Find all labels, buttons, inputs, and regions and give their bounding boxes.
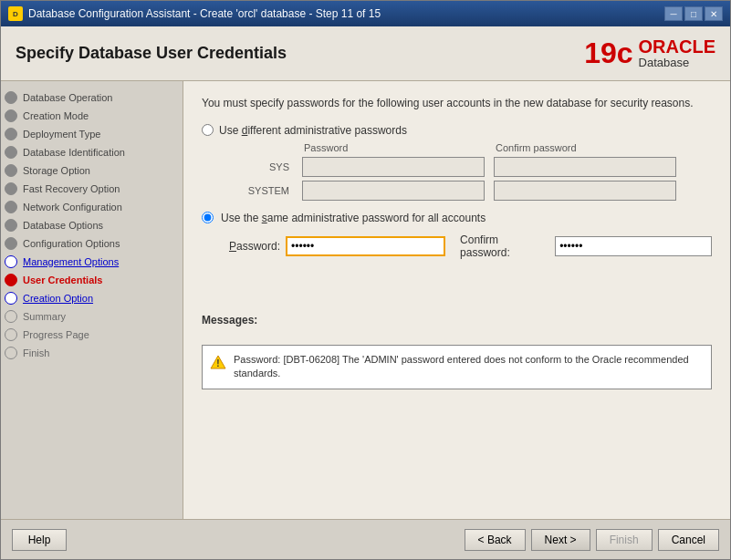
step-dot-summary: [5, 310, 17, 323]
sidebar-item-creation-mode: Creation Mode: [1, 107, 183, 125]
main-window: D Database Configuration Assistant - Cre…: [0, 0, 731, 560]
step-dot-database-identification: [5, 146, 17, 159]
radio-different-label[interactable]: Use different administrative passwords: [219, 124, 407, 137]
radio-same-password[interactable]: [202, 212, 214, 223]
step-dot-database-operation: [5, 91, 17, 104]
instruction-text: You must specify passwords for the follo…: [202, 96, 712, 111]
sidebar: Database Operation Creation Mode Deploym…: [1, 81, 183, 519]
step-dot-network-configuration: [5, 201, 17, 213]
step-dot-database-options: [5, 219, 17, 232]
credentials-table: Password Confirm password SYS SYSTEM: [229, 142, 712, 201]
message-row: ! Password: [DBT-06208] The 'ADMIN' pass…: [210, 353, 704, 381]
help-button[interactable]: Help: [12, 529, 67, 551]
main-password-input[interactable]: [286, 236, 445, 256]
sys-confirm-input[interactable]: [494, 157, 676, 177]
step-dot-management-options: [5, 255, 17, 268]
maximize-button[interactable]: □: [684, 6, 703, 21]
system-label: SYSTEM: [229, 185, 293, 196]
confirm-field-group: Confirm password:: [460, 233, 712, 259]
sidebar-item-database-options: Database Options: [1, 216, 183, 234]
password-label: Password:: [229, 240, 280, 253]
sidebar-item-fast-recovery-option: Fast Recovery Option: [1, 180, 183, 198]
radio-option-different: Use different administrative passwords: [202, 124, 712, 137]
step-dot-storage-option: [5, 164, 17, 177]
messages-label: Messages:: [202, 314, 712, 327]
oracle-name: ORACLE: [639, 37, 715, 56]
sidebar-item-management-options[interactable]: Management Options: [1, 253, 183, 271]
step-dot-user-credentials: [5, 274, 17, 286]
confirm-password-input[interactable]: [555, 236, 712, 256]
cred-header-row: Password Confirm password: [229, 142, 712, 153]
pwd-fields-row: Password: Confirm password:: [229, 233, 712, 259]
step-dot-finish: [5, 347, 17, 359]
page-title: Specify Database User Credentials: [16, 44, 287, 63]
svg-rect-2: [7, 276, 15, 284]
step-dot-progress-page: [5, 328, 17, 341]
step-dot-fast-recovery-option: [5, 182, 17, 195]
step-dot-creation-option: [5, 292, 17, 305]
oracle-version: 19c: [584, 36, 632, 70]
cred-row-sys: SYS: [229, 157, 712, 177]
main-content: Database Operation Creation Mode Deploym…: [1, 81, 730, 519]
oracle-logo: 19c ORACLE Database: [584, 36, 715, 70]
radio-option-same: Use the same administrative password for…: [202, 212, 712, 224]
col-password-header: Password: [302, 142, 485, 153]
footer-left: Help: [12, 529, 67, 551]
svg-text:!: !: [216, 358, 219, 368]
sidebar-item-database-identification: Database Identification: [1, 143, 183, 161]
sidebar-item-summary: Summary: [1, 307, 183, 326]
radio-same-label[interactable]: Use the same administrative password for…: [221, 212, 486, 224]
back-button[interactable]: < Back: [465, 529, 526, 551]
sys-label: SYS: [229, 161, 293, 172]
sidebar-item-network-configuration: Network Configuration: [1, 198, 183, 216]
sidebar-item-deployment-type: Deployment Type: [1, 125, 183, 143]
password-field-group: Password:: [229, 236, 445, 256]
cred-row-system: SYSTEM: [229, 181, 712, 201]
sidebar-item-user-credentials: User Credentials: [1, 271, 183, 289]
footer-bar: Help < Back Next > Finish Cancel: [1, 519, 730, 559]
sidebar-item-storage-option: Storage Option: [1, 161, 183, 180]
title-bar-left: D Database Configuration Assistant - Cre…: [8, 6, 381, 21]
app-icon: D: [8, 6, 23, 21]
system-password-input[interactable]: [302, 181, 485, 201]
minimize-button[interactable]: ─: [664, 6, 683, 21]
same-pwd-section: Use the same administrative password for…: [202, 212, 712, 259]
messages-container: Messages: ! Password: [DBT-06208] The 'A…: [202, 314, 712, 389]
radio-group-different: Use different administrative passwords P…: [202, 124, 712, 201]
messages-section: ! Password: [DBT-06208] The 'ADMIN' pass…: [202, 345, 712, 389]
window-controls: ─ □ ✕: [664, 6, 723, 21]
oracle-branding: ORACLE Database: [639, 37, 715, 69]
next-button[interactable]: Next >: [531, 529, 590, 551]
title-bar: D Database Configuration Assistant - Cre…: [1, 1, 730, 26]
finish-button[interactable]: Finish: [596, 529, 653, 551]
header-bar: Specify Database User Credentials 19c OR…: [1, 26, 730, 81]
sidebar-item-finish: Finish: [1, 344, 183, 362]
step-dot-creation-mode: [5, 109, 17, 122]
close-button[interactable]: ✕: [705, 6, 723, 21]
step-dot-configuration-options: [5, 237, 17, 250]
sidebar-item-creation-option[interactable]: Creation Option: [1, 289, 183, 307]
sidebar-item-database-operation: Database Operation: [1, 88, 183, 107]
radio-different-passwords[interactable]: [202, 124, 214, 136]
confirm-password-label: Confirm password:: [460, 233, 549, 259]
content-area: You must specify passwords for the follo…: [183, 81, 730, 519]
oracle-subtitle: Database: [639, 56, 690, 69]
footer-right: < Back Next > Finish Cancel: [465, 529, 719, 551]
svg-text:D: D: [13, 10, 18, 18]
cancel-button[interactable]: Cancel: [658, 529, 719, 551]
step-dot-deployment-type: [5, 128, 17, 140]
window-title: Database Configuration Assistant - Creat…: [28, 7, 381, 20]
warning-icon: !: [210, 354, 226, 370]
sys-password-input[interactable]: [302, 157, 485, 177]
col-confirm-header: Confirm password: [494, 142, 676, 153]
system-confirm-input[interactable]: [494, 181, 676, 201]
sidebar-item-progress-page: Progress Page: [1, 326, 183, 344]
message-text: Password: [DBT-06208] The 'ADMIN' passwo…: [234, 353, 704, 381]
sidebar-item-configuration-options: Configuration Options: [1, 234, 183, 253]
